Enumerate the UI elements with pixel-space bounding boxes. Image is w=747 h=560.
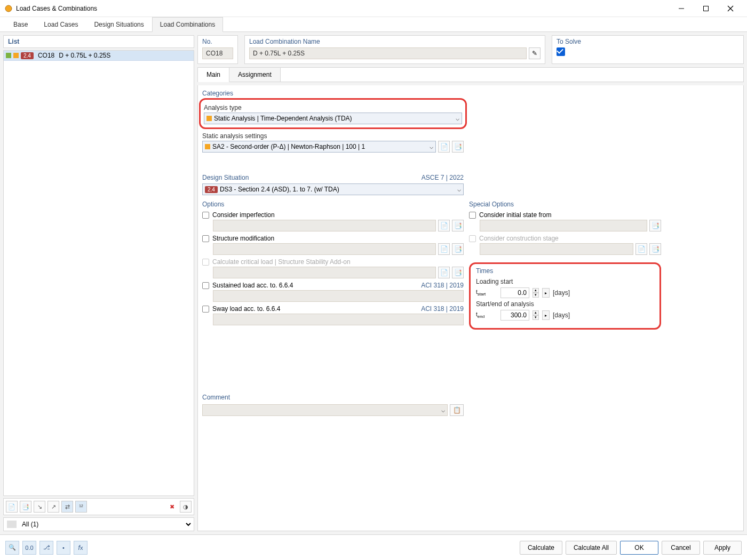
chevron-down-icon: ⌵ <box>457 186 461 193</box>
critical-load-select <box>213 267 436 278</box>
load-combination-list[interactable]: 2.4 CO18 D + 0.75L + 0.25S <box>3 50 194 496</box>
play-icon[interactable]: ▸ <box>542 288 550 298</box>
name-field[interactable]: D + 0.75L + 0.25S <box>249 47 527 59</box>
sas-label: Static analysis settings <box>202 132 464 140</box>
help-icon[interactable]: 🔍 <box>5 541 19 555</box>
opt-sway[interactable]: Sway load acc. to. 6.6.4ACI 318 | 2019 <box>202 305 464 313</box>
new-icon[interactable]: 📄 <box>635 243 647 255</box>
copy-icon[interactable]: 📑 <box>20 501 31 513</box>
solve-label: To Solve <box>557 38 739 45</box>
play-icon[interactable]: ▸ <box>542 310 550 320</box>
tab-load-cases[interactable]: Load Cases <box>36 17 86 31</box>
unit-label: [days] <box>553 311 570 319</box>
edit-icon[interactable]: 📑 <box>452 243 464 255</box>
swap-icon[interactable]: ⇄ <box>61 501 73 513</box>
opt-imperfection[interactable]: Consider imperfection <box>202 211 464 219</box>
close-button[interactable] <box>718 1 743 17</box>
aci-ref: ACI 318 | 2019 <box>421 305 464 313</box>
filter-select[interactable]: All (1) <box>19 519 193 530</box>
checkbox-icon[interactable] <box>202 306 209 313</box>
color-swatch-icon <box>13 53 19 58</box>
list-item[interactable]: 2.4 CO18 D + 0.75L + 0.25S <box>4 51 194 61</box>
new-icon[interactable]: 📄 <box>438 267 450 278</box>
opt-initial-state[interactable]: Consider initial state from <box>469 211 661 219</box>
chevron-down-icon: ⌵ <box>456 115 459 122</box>
edit-icon[interactable]: 📑 <box>452 267 464 278</box>
comment-select[interactable]: ⌵ <box>202 404 448 416</box>
to-solve-checkbox[interactable] <box>557 47 565 56</box>
tend-input[interactable] <box>500 310 529 321</box>
checkbox-icon[interactable] <box>202 212 209 219</box>
branch-up-icon[interactable]: ↗ <box>47 501 59 513</box>
opt-structure-mod[interactable]: Structure modification <box>202 235 464 242</box>
no-field[interactable]: CO18 <box>202 47 233 59</box>
edit-icon[interactable]: 📑 <box>649 243 661 255</box>
design-situation-select[interactable]: 2.4DS3 - Section 2.4 (ASD), 1. to 7. (w/… <box>202 183 464 195</box>
categories-title: Categories <box>202 90 464 97</box>
tstart-symbol: tstart <box>476 289 497 297</box>
section-badge: 2.4 <box>21 52 34 59</box>
edit-icon[interactable]: ✎ <box>529 47 541 59</box>
imperfection-select[interactable] <box>213 220 436 231</box>
new-icon[interactable]: 📄 <box>438 243 450 255</box>
dot-icon[interactable]: • <box>57 541 70 555</box>
comment-title: Comment <box>202 394 464 401</box>
copy-comment-icon[interactable]: 📋 <box>450 404 464 416</box>
cancel-button[interactable]: Cancel <box>662 541 700 555</box>
app-icon <box>4 4 13 13</box>
sub-tabs: Main Assignment <box>197 67 744 82</box>
units-icon[interactable]: 0.0 <box>22 541 36 555</box>
spinner[interactable]: ▴▾ <box>533 288 539 298</box>
checkbox-icon <box>202 259 209 266</box>
checkbox-icon[interactable] <box>469 212 476 219</box>
new-icon[interactable]: 📄 <box>6 501 18 513</box>
tab-base[interactable]: Base <box>5 17 36 31</box>
apply-button[interactable]: Apply <box>703 541 742 555</box>
aci-ref: ACI 318 | 2019 <box>421 282 464 289</box>
calculate-button[interactable]: Calculate <box>520 541 562 555</box>
opt-construction-stage: Consider construction stage <box>469 235 661 242</box>
sustained-select[interactable] <box>213 290 464 302</box>
renumber-icon[interactable]: ¹² <box>75 501 87 513</box>
analysis-type-highlight: Analysis type Static Analysis | Time-Dep… <box>199 98 467 129</box>
options-title: Options <box>202 201 464 208</box>
edit-icon[interactable]: 📑 <box>452 220 464 231</box>
opt-sustained[interactable]: Sustained load acc. to. 6.6.4ACI 318 | 2… <box>202 282 464 289</box>
new-sas-icon[interactable]: 📄 <box>438 141 450 153</box>
svg-rect-2 <box>704 6 709 11</box>
list-item-desc: D + 0.75L + 0.25S <box>59 52 110 59</box>
design-situation-title: Design Situation <box>202 174 249 181</box>
maximize-button[interactable] <box>694 1 718 17</box>
tab-main[interactable]: Main <box>198 68 229 82</box>
tab-assignment[interactable]: Assignment <box>229 68 281 82</box>
name-label: Load Combination Name <box>249 38 541 45</box>
new-icon[interactable]: 📄 <box>438 220 450 231</box>
edit-sas-icon[interactable]: 📑 <box>452 141 464 153</box>
filter-swatch-icon <box>7 521 17 528</box>
footer: 🔍 0.0 ⎇ • fx Calculate Calculate All OK … <box>0 534 747 560</box>
analysis-type-select[interactable]: Static Analysis | Time-Dependent Analysi… <box>204 113 462 124</box>
edit-icon[interactable]: 📑 <box>649 220 661 231</box>
checkbox-icon[interactable] <box>202 282 209 289</box>
checkbox-icon[interactable] <box>202 235 209 242</box>
toggle-icon[interactable]: ◑ <box>180 501 192 513</box>
delete-icon[interactable]: ✖ <box>166 501 178 513</box>
tstart-input[interactable] <box>500 287 529 298</box>
branch-down-icon[interactable]: ↘ <box>34 501 45 513</box>
fx-icon[interactable]: fx <box>74 541 88 555</box>
initial-state-select[interactable] <box>480 220 647 231</box>
tab-design-situations[interactable]: Design Situations <box>86 17 152 31</box>
ok-button[interactable]: OK <box>620 541 658 555</box>
window-title: Load Cases & Combinations <box>16 5 669 12</box>
tab-load-combinations[interactable]: Load Combinations <box>152 17 223 32</box>
list-filter[interactable]: All (1) <box>3 517 194 531</box>
sway-select[interactable] <box>213 314 464 325</box>
chevron-down-icon: ⌵ <box>441 406 445 414</box>
tree-icon[interactable]: ⎇ <box>39 541 53 555</box>
analysis-type-label: Analysis type <box>204 104 462 111</box>
spinner[interactable]: ▴▾ <box>533 310 539 320</box>
structure-mod-select[interactable] <box>213 243 436 255</box>
minimize-button[interactable] <box>669 1 694 17</box>
sas-select[interactable]: SA2 - Second-order (P-Δ) | Newton-Raphso… <box>202 141 436 153</box>
calculate-all-button[interactable]: Calculate All <box>566 541 617 555</box>
